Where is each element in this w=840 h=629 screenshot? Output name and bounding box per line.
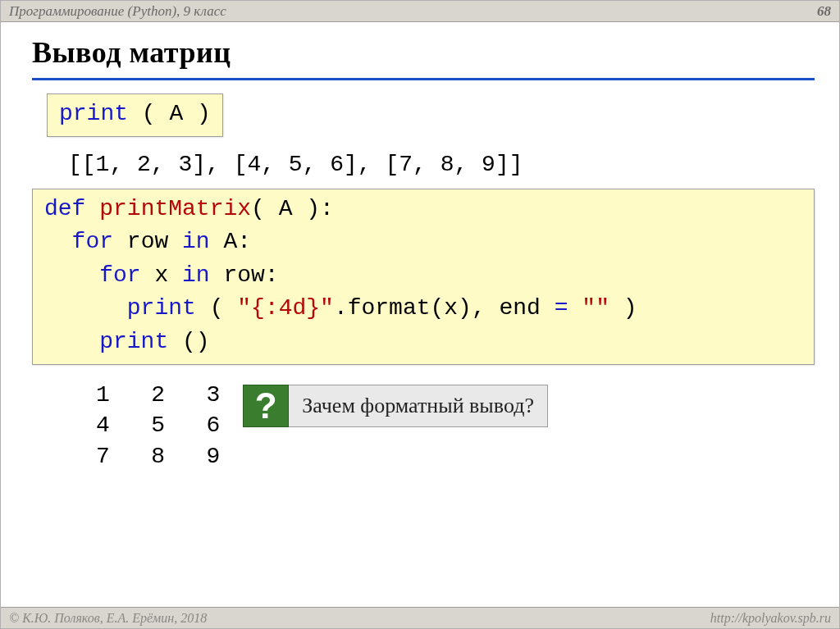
code-block-function: def printMatrix( A ): for row in A: for … [32,189,815,365]
slide-content: Вывод матриц print ( A ) [[1, 2, 3], [4,… [1,22,839,472]
matrix-output: 1 2 3 4 5 6 7 8 9 [96,380,220,472]
raw-list-output: [[1, 2, 3], [4, 5, 6], [7, 8, 9]] [68,152,815,177]
callout: ? Зачем форматный вывод? [243,385,548,427]
header-bar: Программирование (Python), 9 класс 68 [1,1,839,22]
copyright: © К.Ю. Поляков, Е.А. Ерёмин, 2018 [9,611,207,626]
code-block-print: print ( A ) [47,93,223,137]
output-and-callout: 1 2 3 4 5 6 7 8 9 ? Зачем форматный выво… [32,380,815,472]
arg-a: ( A ) [128,101,211,126]
page-title: Вывод матриц [32,30,815,80]
footer-url: http://kpolyakov.spb.ru [710,611,831,626]
page-number: 68 [817,3,831,20]
question-mark-icon: ? [243,385,289,427]
footer-bar: © К.Ю. Поляков, Е.А. Ерёмин, 2018 http:/… [1,607,839,628]
callout-text: Зачем форматный вывод? [289,385,548,427]
course-label: Программирование (Python), 9 класс [9,3,226,20]
kw-print: print [59,101,128,126]
